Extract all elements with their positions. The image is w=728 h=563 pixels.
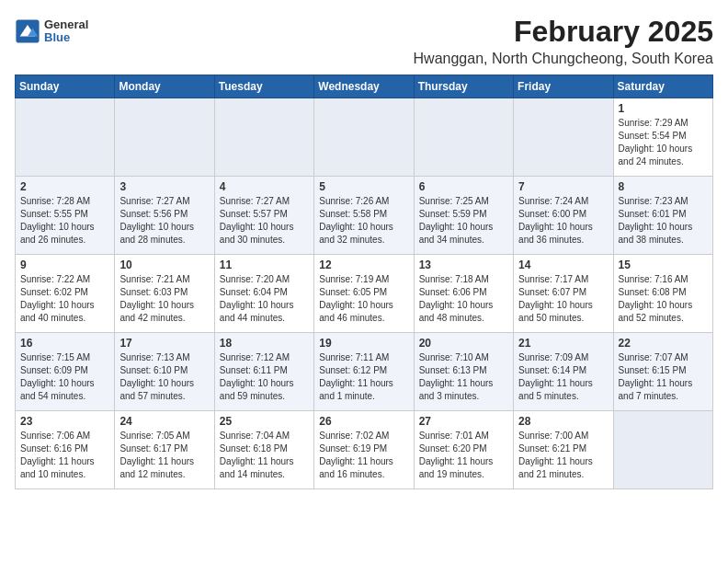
day-cell: 5Sunrise: 7:26 AM Sunset: 5:58 PM Daylig…	[314, 177, 414, 255]
day-info: Sunrise: 7:05 AM Sunset: 6:17 PM Dayligh…	[119, 430, 209, 481]
day-number: 12	[319, 259, 408, 271]
week-row-1: 1Sunrise: 7:29 AM Sunset: 5:54 PM Daylig…	[16, 98, 713, 177]
day-number: 26	[319, 415, 408, 428]
day-info: Sunrise: 7:00 AM Sunset: 6:21 PM Dayligh…	[518, 430, 608, 481]
day-number: 21	[518, 337, 608, 350]
day-cell: 18Sunrise: 7:12 AM Sunset: 6:11 PM Dayli…	[214, 333, 313, 411]
day-number: 9	[20, 259, 109, 271]
logo-blue: Blue	[44, 31, 88, 44]
calendar-title: February 2025	[414, 15, 713, 49]
week-row-5: 23Sunrise: 7:06 AM Sunset: 6:16 PM Dayli…	[16, 411, 713, 489]
day-number: 11	[220, 259, 309, 271]
calendar-subtitle: Hwanggan, North Chungcheong, South Korea	[414, 51, 713, 67]
day-info: Sunrise: 7:24 AM Sunset: 6:00 PM Dayligh…	[518, 195, 608, 247]
logo: General Blue	[15, 18, 88, 45]
day-number: 16	[20, 337, 109, 350]
logo-text: General Blue	[44, 18, 88, 45]
day-info: Sunrise: 7:27 AM Sunset: 5:57 PM Dayligh…	[220, 195, 309, 247]
calendar-header: SundayMondayTuesdayWednesdayThursdayFrid…	[16, 75, 713, 98]
day-number: 2	[20, 180, 109, 193]
day-info: Sunrise: 7:06 AM Sunset: 6:16 PM Dayligh…	[20, 430, 109, 481]
day-number: 10	[119, 259, 209, 271]
day-info: Sunrise: 7:22 AM Sunset: 6:02 PM Dayligh…	[20, 273, 109, 325]
calendar-table: SundayMondayTuesdayWednesdayThursdayFrid…	[15, 75, 713, 489]
day-info: Sunrise: 7:18 AM Sunset: 6:06 PM Dayligh…	[419, 273, 508, 325]
logo-general: General	[44, 18, 88, 31]
day-info: Sunrise: 7:28 AM Sunset: 5:55 PM Dayligh…	[20, 195, 109, 247]
day-info: Sunrise: 7:10 AM Sunset: 6:13 PM Dayligh…	[419, 351, 508, 403]
header-cell-monday: Monday	[115, 75, 214, 98]
day-info: Sunrise: 7:20 AM Sunset: 6:04 PM Dayligh…	[220, 273, 309, 325]
day-cell: 3Sunrise: 7:27 AM Sunset: 5:56 PM Daylig…	[115, 177, 214, 255]
day-cell: 6Sunrise: 7:25 AM Sunset: 5:59 PM Daylig…	[414, 177, 513, 255]
day-number: 8	[619, 180, 708, 193]
day-info: Sunrise: 7:26 AM Sunset: 5:58 PM Dayligh…	[319, 195, 408, 247]
day-info: Sunrise: 7:02 AM Sunset: 6:19 PM Dayligh…	[319, 430, 408, 481]
day-number: 15	[619, 259, 708, 271]
day-number: 20	[419, 337, 508, 350]
day-cell: 23Sunrise: 7:06 AM Sunset: 6:16 PM Dayli…	[16, 411, 115, 489]
day-number: 28	[518, 415, 608, 428]
day-number: 17	[119, 337, 209, 350]
day-number: 19	[319, 337, 408, 350]
day-info: Sunrise: 7:09 AM Sunset: 6:14 PM Dayligh…	[518, 351, 608, 403]
day-cell: 12Sunrise: 7:19 AM Sunset: 6:05 PM Dayli…	[314, 255, 414, 333]
day-number: 23	[20, 415, 109, 428]
day-cell: 19Sunrise: 7:11 AM Sunset: 6:12 PM Dayli…	[314, 333, 414, 411]
header-cell-saturday: Saturday	[613, 75, 712, 98]
day-number: 18	[220, 337, 309, 350]
day-number: 5	[319, 180, 408, 193]
day-number: 24	[119, 415, 209, 428]
day-cell	[16, 98, 115, 177]
day-cell: 9Sunrise: 7:22 AM Sunset: 6:02 PM Daylig…	[16, 255, 115, 333]
header-cell-thursday: Thursday	[414, 75, 513, 98]
header: General Blue February 2025 Hwanggan, Nor…	[15, 15, 713, 67]
day-info: Sunrise: 7:11 AM Sunset: 6:12 PM Dayligh…	[319, 351, 408, 403]
day-cell: 27Sunrise: 7:01 AM Sunset: 6:20 PM Dayli…	[414, 411, 513, 489]
day-info: Sunrise: 7:16 AM Sunset: 6:08 PM Dayligh…	[619, 273, 708, 325]
day-number: 7	[518, 180, 608, 193]
week-row-4: 16Sunrise: 7:15 AM Sunset: 6:09 PM Dayli…	[16, 333, 713, 411]
day-info: Sunrise: 7:29 AM Sunset: 5:54 PM Dayligh…	[619, 117, 708, 168]
day-cell: 7Sunrise: 7:24 AM Sunset: 6:00 PM Daylig…	[514, 177, 613, 255]
day-number: 22	[619, 337, 708, 350]
day-info: Sunrise: 7:27 AM Sunset: 5:56 PM Dayligh…	[119, 195, 209, 247]
day-cell: 17Sunrise: 7:13 AM Sunset: 6:10 PM Dayli…	[115, 333, 214, 411]
day-number: 6	[419, 180, 508, 193]
day-cell: 2Sunrise: 7:28 AM Sunset: 5:55 PM Daylig…	[16, 177, 115, 255]
header-cell-wednesday: Wednesday	[314, 75, 414, 98]
week-row-2: 2Sunrise: 7:28 AM Sunset: 5:55 PM Daylig…	[16, 177, 713, 255]
day-cell: 1Sunrise: 7:29 AM Sunset: 5:54 PM Daylig…	[613, 98, 712, 177]
day-info: Sunrise: 7:19 AM Sunset: 6:05 PM Dayligh…	[319, 273, 408, 325]
title-block: February 2025 Hwanggan, North Chungcheon…	[414, 15, 713, 67]
day-info: Sunrise: 7:13 AM Sunset: 6:10 PM Dayligh…	[119, 351, 209, 403]
day-number: 14	[518, 259, 608, 271]
day-cell: 4Sunrise: 7:27 AM Sunset: 5:57 PM Daylig…	[214, 177, 313, 255]
day-cell: 25Sunrise: 7:04 AM Sunset: 6:18 PM Dayli…	[214, 411, 313, 489]
day-info: Sunrise: 7:25 AM Sunset: 5:59 PM Dayligh…	[419, 195, 508, 247]
day-info: Sunrise: 7:23 AM Sunset: 6:01 PM Dayligh…	[619, 195, 708, 247]
header-cell-sunday: Sunday	[16, 75, 115, 98]
day-info: Sunrise: 7:04 AM Sunset: 6:18 PM Dayligh…	[220, 430, 309, 481]
day-cell: 16Sunrise: 7:15 AM Sunset: 6:09 PM Dayli…	[16, 333, 115, 411]
header-cell-tuesday: Tuesday	[214, 75, 313, 98]
day-cell: 8Sunrise: 7:23 AM Sunset: 6:01 PM Daylig…	[613, 177, 712, 255]
week-row-3: 9Sunrise: 7:22 AM Sunset: 6:02 PM Daylig…	[16, 255, 713, 333]
day-cell	[514, 98, 613, 177]
day-info: Sunrise: 7:07 AM Sunset: 6:15 PM Dayligh…	[619, 351, 708, 403]
day-cell	[613, 411, 712, 489]
day-cell: 10Sunrise: 7:21 AM Sunset: 6:03 PM Dayli…	[115, 255, 214, 333]
day-number: 1	[619, 102, 708, 115]
day-cell: 26Sunrise: 7:02 AM Sunset: 6:19 PM Dayli…	[314, 411, 414, 489]
day-cell	[214, 98, 313, 177]
header-cell-friday: Friday	[514, 75, 613, 98]
day-cell: 11Sunrise: 7:20 AM Sunset: 6:04 PM Dayli…	[214, 255, 313, 333]
day-cell: 22Sunrise: 7:07 AM Sunset: 6:15 PM Dayli…	[613, 333, 712, 411]
day-info: Sunrise: 7:01 AM Sunset: 6:20 PM Dayligh…	[419, 430, 508, 481]
day-number: 27	[419, 415, 508, 428]
day-number: 4	[220, 180, 309, 193]
day-info: Sunrise: 7:17 AM Sunset: 6:07 PM Dayligh…	[518, 273, 608, 325]
day-cell: 21Sunrise: 7:09 AM Sunset: 6:14 PM Dayli…	[514, 333, 613, 411]
day-cell: 14Sunrise: 7:17 AM Sunset: 6:07 PM Dayli…	[514, 255, 613, 333]
day-cell: 24Sunrise: 7:05 AM Sunset: 6:17 PM Dayli…	[115, 411, 214, 489]
